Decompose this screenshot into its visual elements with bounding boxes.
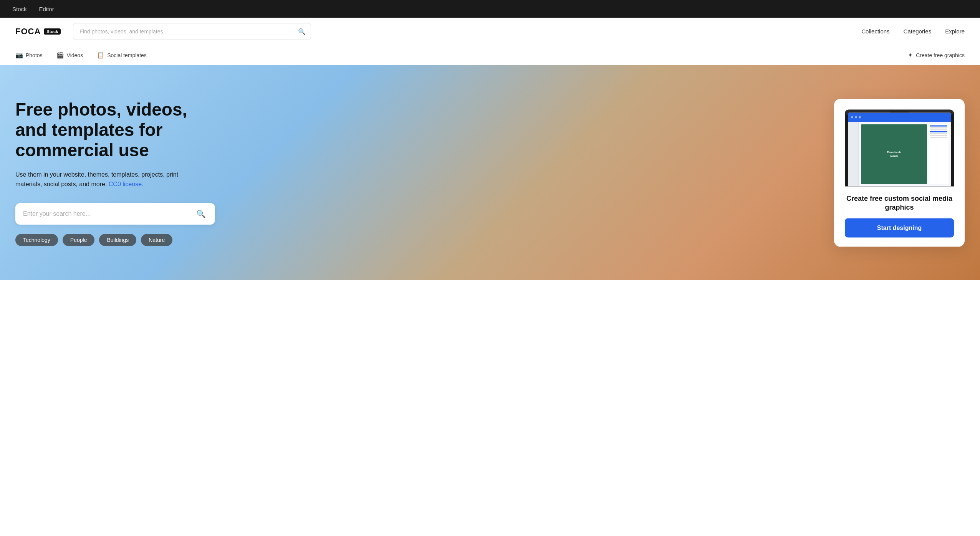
hero-search-input[interactable] — [23, 210, 190, 217]
tag-technology[interactable]: Technology — [15, 234, 58, 246]
topbar-link-stock[interactable]: Stock — [12, 6, 27, 12]
topbar-link-editor[interactable]: Editor — [39, 6, 54, 12]
subnav-videos[interactable]: 🎬 Videos — [56, 51, 83, 59]
hero-section: Free photos, videos, and templates for c… — [0, 65, 980, 280]
laptop-panel — [929, 124, 949, 184]
tag-buildings[interactable]: Buildings — [99, 234, 136, 246]
laptop-screen-body: Farm freshsalads — [848, 122, 951, 187]
header-search-container: 🔍 — [73, 23, 311, 40]
header-search-icon[interactable]: 🔍 — [298, 28, 306, 35]
subnav-photos-label: Photos — [26, 52, 43, 58]
tag-people[interactable]: People — [63, 234, 95, 246]
subnav-social-templates[interactable]: 📋 Social templates — [97, 51, 147, 59]
photos-icon: 📷 — [15, 51, 23, 59]
hero-left: Free photos, videos, and templates for c… — [15, 99, 215, 246]
sparkle-icon: ✦ — [908, 51, 913, 59]
laptop-sidebar — [848, 122, 859, 187]
dot-2 — [855, 116, 857, 119]
start-designing-button[interactable]: Start designing — [845, 218, 954, 237]
nav-categories[interactable]: Categories — [904, 28, 932, 35]
nav-collections[interactable]: Collections — [861, 28, 889, 35]
hero-search-button[interactable]: 🔍 — [195, 208, 207, 220]
subnav-videos-label: Videos — [67, 52, 83, 58]
dot-1 — [851, 116, 853, 119]
videos-icon: 🎬 — [56, 51, 64, 59]
subnav-create-graphics[interactable]: ✦ Create free graphics — [908, 51, 965, 59]
laptop-canvas: Farm freshsalads — [861, 124, 927, 184]
hero-search-box: 🔍 — [15, 203, 215, 225]
top-bar: Stock Editor — [0, 0, 980, 18]
logo: FOCA Stock — [15, 26, 61, 36]
templates-icon: 📋 — [97, 51, 104, 59]
header: FOCA Stock 🔍 Collections Categories Expl… — [0, 18, 980, 45]
panel-line-1 — [930, 126, 947, 127]
header-nav: Collections Categories Explore — [861, 28, 965, 35]
laptop-screen: Farm freshsalads — [848, 113, 951, 187]
dot-3 — [859, 116, 861, 119]
subnav-photos[interactable]: 📷 Photos — [15, 51, 43, 59]
panel-line-5 — [930, 133, 947, 134]
hero-description: Use them in your website, themes, templa… — [15, 170, 200, 189]
laptop-mockup: Farm freshsalads — [845, 110, 954, 187]
sub-nav-left: 📷 Photos 🎬 Videos 📋 Social templates — [15, 51, 147, 59]
laptop-canvas-text: Farm freshsalads — [887, 151, 901, 158]
hero-title: Free photos, videos, and templates for c… — [15, 99, 215, 160]
panel-line-6 — [930, 135, 947, 136]
logo-text: FOCA — [15, 26, 41, 36]
header-search-input[interactable] — [73, 23, 311, 40]
hero-license-link[interactable]: CC0 license. — [109, 181, 144, 187]
hero-tags: Technology People Buildings Nature — [15, 234, 215, 246]
laptop-screen-header — [848, 113, 951, 122]
hero-card-title: Create free custom social media graphics — [845, 194, 954, 212]
sub-nav: 📷 Photos 🎬 Videos 📋 Social templates ✦ C… — [0, 45, 980, 65]
subnav-templates-label: Social templates — [107, 52, 147, 58]
laptop-content: Farm freshsalads — [859, 122, 951, 187]
panel-line-3 — [930, 129, 947, 131]
hero-card: Farm freshsalads — [834, 99, 965, 247]
nav-explore[interactable]: Explore — [945, 28, 965, 35]
panel-line-2 — [930, 127, 947, 129]
logo-badge: Stock — [44, 28, 61, 35]
subnav-create-label: Create free graphics — [916, 52, 965, 58]
tag-nature[interactable]: Nature — [141, 234, 172, 246]
panel-line-7 — [930, 137, 947, 138]
panel-line-4 — [930, 131, 947, 132]
hero-desc-text: Use them in your website, themes, templa… — [15, 171, 178, 188]
